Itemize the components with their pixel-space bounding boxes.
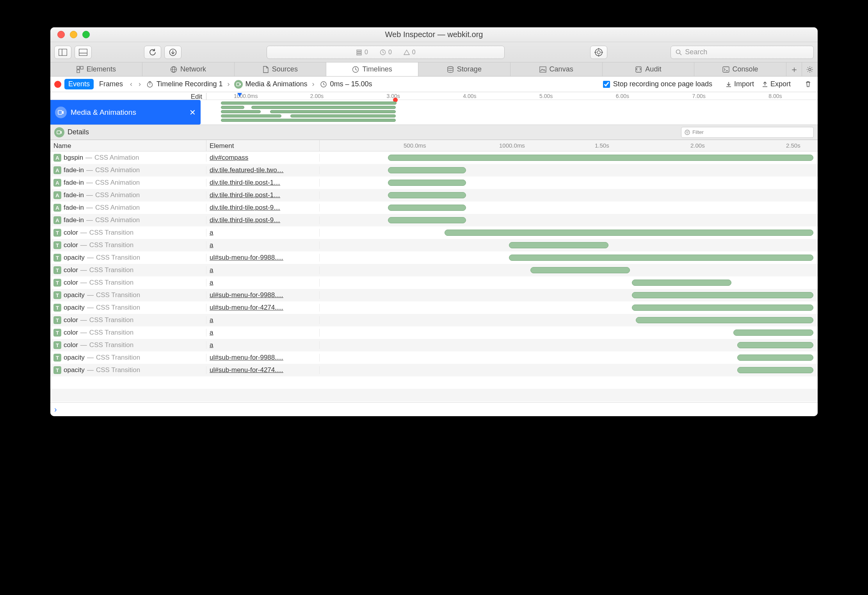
cell-element[interactable]: ul#sub-menu-for-4274.… (206, 304, 320, 312)
cell-element[interactable]: ul#sub-menu-for-9988.… (206, 254, 320, 262)
table-row[interactable]: Tcolor — CSS Transitiona (50, 226, 818, 239)
cell-element[interactable]: a (206, 279, 320, 287)
cell-element[interactable]: ul#sub-menu-for-4274.… (206, 366, 320, 374)
table-row[interactable]: Afade-in — CSS Animationdiv.tile.third-t… (50, 189, 818, 201)
reload-button[interactable] (144, 46, 161, 59)
overview-ruler[interactable]: Edit 1000.0ms2.00s3.00s4.00s5.00s6.00s7.… (50, 92, 818, 100)
table-row[interactable]: Afade-in — CSS Animationdiv.tile.third-t… (50, 201, 818, 214)
stop-on-load-checkbox[interactable] (603, 81, 610, 88)
export-button[interactable]: Export (760, 80, 793, 88)
filter-field[interactable]: Filter (681, 127, 814, 138)
table-row[interactable]: Afade-in — CSS Animationdiv.tile.third-t… (50, 214, 818, 226)
cell-timeline (320, 176, 818, 189)
edit-button[interactable]: Edit (50, 93, 206, 100)
cell-element[interactable]: ul#sub-menu-for-9988.… (206, 354, 320, 362)
table-row[interactable]: Afade-in — CSS Animationdiv.tile.feature… (50, 164, 818, 176)
breadcrumb-recording[interactable]: Timeline Recording 1 (146, 80, 222, 89)
svg-rect-31 (237, 83, 240, 86)
timeline-tick: 1000.0ms (499, 142, 525, 149)
cell-element[interactable]: a (206, 266, 320, 274)
table-row[interactable]: Tcolor — CSS Transitiona (50, 276, 818, 289)
overview-track-close-icon[interactable]: ✕ (189, 108, 196, 117)
cell-element[interactable]: div.tile.third-tile.post-9… (206, 204, 320, 212)
cell-name: Afade-in — CSS Animation (50, 216, 206, 224)
clock-icon (319, 80, 328, 89)
table-row[interactable]: Topacity — CSS Transitionul#sub-menu-for… (50, 301, 818, 314)
breadcrumb-media[interactable]: Media & Animations (234, 80, 307, 89)
cell-element[interactable]: a (206, 341, 320, 349)
settings-button[interactable] (802, 62, 818, 76)
cell-element[interactable]: a (206, 241, 320, 249)
tab-console[interactable]: Console (694, 62, 786, 76)
cell-element[interactable]: a (206, 316, 320, 324)
tab-sources[interactable]: Sources (235, 62, 327, 76)
col-element[interactable]: Element (206, 140, 320, 151)
row-dash: — (80, 229, 87, 237)
table-row[interactable]: Tcolor — CSS Transitiona (50, 239, 818, 251)
dashboard-bar: 0 0 0 (267, 46, 505, 59)
row-name: color (64, 341, 78, 349)
row-name: color (64, 316, 78, 324)
table-row[interactable]: Tcolor — CSS Transitiona (50, 264, 818, 276)
close-window-button[interactable] (57, 31, 65, 38)
new-tab-button[interactable]: ＋ (786, 62, 802, 76)
clear-button[interactable] (802, 81, 814, 87)
console-drawer[interactable]: › (50, 402, 818, 416)
zoom-window-button[interactable] (82, 31, 90, 38)
import-button[interactable]: Import (723, 80, 756, 88)
cell-element[interactable]: div.tile.third-tile.post-1… (206, 191, 320, 199)
col-timeline-ruler[interactable]: 500.0ms1000.0ms1.50s2.00s2.50s (320, 140, 818, 151)
breadcrumb-time[interactable]: 0ms – 15.00s (319, 80, 372, 89)
ruler-tick: 7.00s (692, 93, 706, 99)
table-row[interactable]: Topacity — CSS Transitionul#sub-menu-for… (50, 351, 818, 364)
tab-audit[interactable]: Audit (603, 62, 695, 76)
dock-side-button[interactable] (54, 46, 71, 59)
cell-name: Topacity — CSS Transition (50, 354, 206, 362)
dock-bottom-button[interactable] (75, 46, 92, 59)
svg-rect-24 (540, 67, 546, 72)
tab-elements[interactable]: Elements (50, 62, 142, 76)
overview-track-header[interactable]: Media & Animations ✕ (50, 100, 201, 125)
overview-graph[interactable] (201, 100, 818, 125)
table-row[interactable]: Topacity — CSS Transitionul#sub-menu-for… (50, 289, 818, 301)
breadcrumb-time-label: 0ms – 15.00s (330, 80, 372, 88)
media-track-icon (55, 107, 67, 118)
col-name[interactable]: Name (50, 140, 206, 151)
minimize-window-button[interactable] (70, 31, 77, 38)
cell-element[interactable]: a (206, 229, 320, 237)
nav-forward-button[interactable]: › (137, 80, 142, 88)
table-row[interactable]: Abgspin — CSS Animationdiv#compass (50, 151, 818, 164)
cell-element[interactable]: div#compass (206, 154, 320, 162)
cell-element[interactable]: div.tile.third-tile.post-9… (206, 216, 320, 224)
nav-back-button[interactable]: ‹ (128, 80, 134, 88)
timeline-bar (733, 330, 813, 336)
dashboard-count-1: 0 (365, 49, 368, 56)
cell-name: Afade-in — CSS Animation (50, 179, 206, 187)
timeline-bar (509, 242, 608, 248)
table-row[interactable]: Afade-in — CSS Animationdiv.tile.third-t… (50, 176, 818, 189)
tab-storage[interactable]: Storage (418, 62, 510, 76)
table-row[interactable]: Tcolor — CSS Transitiona (50, 314, 818, 326)
tab-timelines[interactable]: Timelines (326, 62, 418, 76)
search-field[interactable]: Search (671, 46, 814, 59)
download-button[interactable] (164, 46, 181, 59)
cell-element[interactable]: ul#sub-menu-for-9988.… (206, 291, 320, 299)
storage-tab-icon (447, 66, 454, 73)
table-row[interactable]: Tcolor — CSS Transitiona (50, 339, 818, 351)
table-row[interactable]: Tcolor — CSS Transitiona (50, 326, 818, 339)
cell-element[interactable]: div.tile.featured-tile.two… (206, 166, 320, 174)
timeline-tick: 500.0ms (404, 142, 426, 149)
playhead-marker[interactable] (237, 93, 242, 97)
network-tab-icon (170, 66, 177, 73)
record-button[interactable] (54, 81, 61, 88)
tab-network[interactable]: Network (142, 62, 235, 76)
tab-canvas[interactable]: Canvas (510, 62, 603, 76)
dashboard-count-3: 0 (412, 49, 416, 56)
view-mode-frames[interactable]: Frames (97, 79, 125, 89)
cell-element[interactable]: a (206, 329, 320, 337)
table-row[interactable]: Topacity — CSS Transitionul#sub-menu-for… (50, 251, 818, 264)
view-mode-events[interactable]: Events (64, 79, 94, 89)
cell-element[interactable]: div.tile.third-tile.post-1… (206, 179, 320, 187)
table-row[interactable]: Topacity — CSS Transitionul#sub-menu-for… (50, 364, 818, 376)
inspect-element-button[interactable] (590, 46, 607, 59)
